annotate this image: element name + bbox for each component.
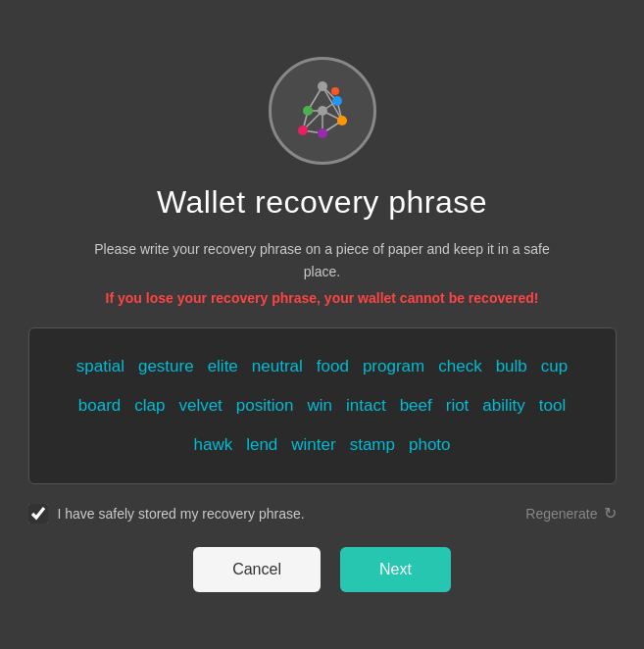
phrase-word: win	[307, 389, 332, 423]
svg-point-17	[298, 125, 308, 135]
phrase-word: spatial	[76, 350, 124, 383]
phrase-word: food	[317, 350, 349, 383]
checkbox-left: I have safely stored my recovery phrase.	[28, 504, 305, 524]
phrase-word: program	[363, 350, 424, 383]
page-title: Wallet recovery phrase	[157, 184, 487, 221]
phrase-box: spatialgestureeliteneutralfoodprogramche…	[28, 327, 617, 484]
svg-point-14	[332, 96, 342, 106]
subtitle-text: Please write your recovery phrase on a p…	[77, 238, 568, 282]
phrase-word: stamp	[350, 428, 395, 462]
svg-point-16	[337, 116, 347, 125]
cancel-button[interactable]: Cancel	[193, 547, 321, 592]
phrase-word: lend	[246, 428, 277, 462]
phrase-word: cup	[541, 350, 568, 383]
phrase-word: position	[236, 389, 294, 423]
phrase-word: beef	[400, 389, 432, 423]
svg-point-12	[318, 81, 327, 91]
regenerate-label: Regenerate	[525, 506, 597, 522]
phrase-word: riot	[446, 389, 470, 423]
phrase-word: check	[438, 350, 481, 383]
svg-point-15	[318, 106, 327, 116]
warning-text: If you lose your recovery phrase, your w…	[106, 290, 539, 306]
phrase-word: board	[78, 389, 121, 423]
next-button[interactable]: Next	[340, 547, 451, 592]
phrase-word: velvet	[178, 389, 222, 423]
phrase-word: gesture	[138, 350, 194, 383]
checkbox-label: I have safely stored my recovery phrase.	[58, 506, 305, 522]
phrase-word: ability	[482, 389, 524, 423]
phrase-word: bulb	[496, 350, 527, 383]
phrase-word: intact	[346, 389, 386, 423]
phrase-word: elite	[208, 350, 238, 383]
regenerate-button[interactable]: Regenerate ↻	[525, 504, 616, 523]
svg-point-19	[331, 87, 339, 95]
phrase-word: tool	[539, 389, 566, 423]
main-container: Wallet recovery phrase Please write your…	[28, 57, 617, 592]
phrase-word: clap	[134, 389, 165, 423]
phrase-word: hawk	[193, 428, 232, 462]
app-logo	[269, 57, 376, 165]
phrase-word: neutral	[252, 350, 303, 383]
checkbox-row: I have safely stored my recovery phrase.…	[28, 504, 617, 524]
stored-checkbox[interactable]	[28, 504, 48, 524]
regenerate-icon: ↻	[604, 504, 617, 523]
phrase-words: spatialgestureeliteneutralfoodprogramche…	[59, 350, 586, 462]
phrase-word: winter	[291, 428, 335, 462]
svg-point-13	[303, 106, 313, 116]
phrase-word: photo	[409, 428, 451, 462]
svg-point-18	[318, 128, 327, 138]
buttons-row: Cancel Next	[193, 547, 451, 592]
